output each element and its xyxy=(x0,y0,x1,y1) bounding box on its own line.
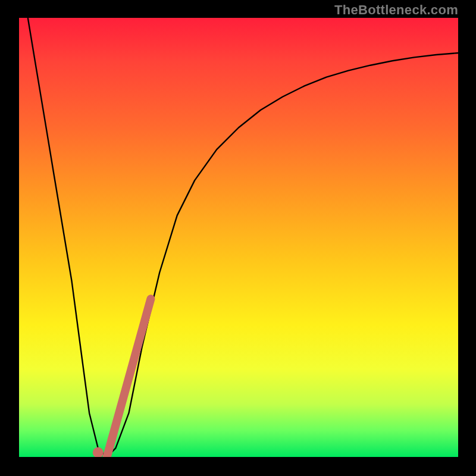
minimum-point-marker xyxy=(93,447,104,457)
bottleneck-curve xyxy=(28,18,458,457)
highlighted-range-marker xyxy=(107,299,151,457)
plot-area xyxy=(19,18,458,457)
attribution-text: TheBottleneck.com xyxy=(334,2,458,18)
chart-svg xyxy=(19,18,458,457)
chart-frame: TheBottleneck.com xyxy=(0,0,476,476)
